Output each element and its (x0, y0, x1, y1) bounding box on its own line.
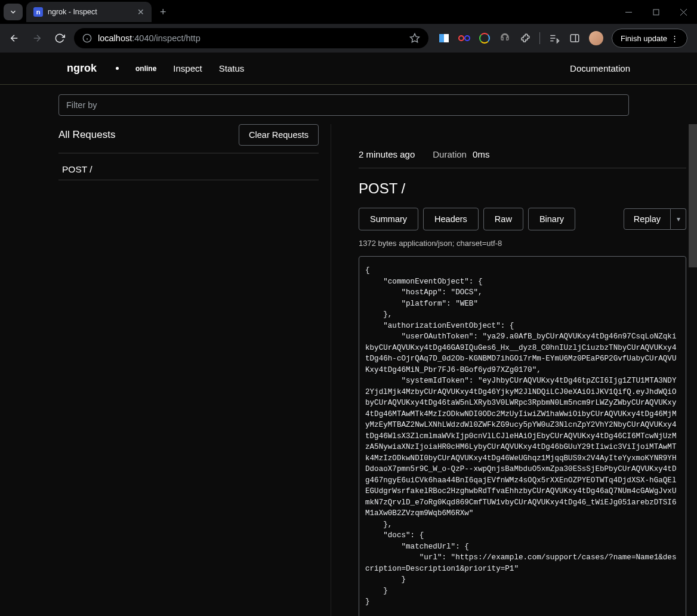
request-detail-panel: 2 minutes ago Duration 0ms POST / Summar… (331, 124, 697, 616)
minimize-button[interactable] (615, 0, 642, 24)
tab-title: ngrok - Inspect (48, 8, 132, 16)
svg-rect-16 (570, 35, 579, 42)
tab-summary[interactable]: Summary (359, 208, 418, 230)
filter-placeholder: Filter by (66, 100, 97, 110)
svg-point-10 (459, 36, 464, 41)
reading-list-icon[interactable] (548, 32, 560, 44)
window-controls (615, 0, 697, 24)
address-bar[interactable]: localhost:4040/inspect/http (74, 28, 428, 48)
bookmark-star-icon[interactable] (409, 33, 420, 44)
replay-button[interactable]: Replay (624, 208, 671, 230)
svg-rect-1 (653, 10, 659, 15)
extensions-button[interactable] (519, 32, 531, 44)
more-icon: ⋮ (671, 34, 679, 43)
finish-update-label: Finish update (621, 34, 667, 43)
finish-update-button[interactable]: Finish update ⋮ (612, 29, 687, 48)
tab-headers[interactable]: Headers (423, 208, 479, 230)
tab-raw[interactable]: Raw (483, 208, 523, 230)
url-text: localhost:4040/inspect/http (98, 33, 201, 43)
profile-avatar[interactable] (589, 31, 603, 45)
tab-binary[interactable]: Binary (528, 208, 575, 230)
detail-title: POST / (359, 180, 686, 197)
svg-point-11 (465, 36, 470, 41)
svg-marker-9 (410, 34, 419, 42)
extension-icon-3[interactable] (479, 32, 491, 44)
site-info-icon (82, 33, 92, 43)
nav-documentation[interactable]: Documentation (570, 63, 630, 73)
browser-toolbar: localhost:4040/inspect/http Finish updat… (0, 24, 697, 53)
duration: Duration 0ms (433, 149, 489, 159)
nav-inspect[interactable]: Inspect (173, 63, 202, 73)
time-ago: 2 minutes ago (359, 149, 415, 159)
svg-marker-15 (557, 39, 559, 43)
request-list-panel: All Requests Clear Requests POST / (58, 124, 331, 616)
app-root: ngrok online Inspect Status Documentatio… (0, 53, 697, 616)
content-type-line: 1372 bytes application/json; charset=utf… (359, 239, 686, 248)
extension-icon-1[interactable] (438, 32, 450, 44)
ngrok-favicon-icon: n (33, 7, 43, 17)
reload-button[interactable] (51, 30, 68, 47)
maximize-button[interactable] (642, 0, 670, 24)
clear-requests-button[interactable]: Clear Requests (239, 124, 319, 146)
detail-tabs: Summary Headers Raw Binary Replay ▾ (359, 208, 686, 230)
window-titlebar: n ngrok - Inspect ✕ + (0, 0, 697, 24)
status-dot-icon (116, 67, 119, 70)
tab-list-button[interactable] (4, 4, 23, 20)
extension-icon-2[interactable] (458, 32, 470, 44)
brand-logo: ngrok (67, 62, 97, 75)
replay-dropdown-button[interactable]: ▾ (671, 208, 686, 230)
filter-input[interactable]: Filter by (58, 94, 629, 116)
payload-body[interactable]: { "commonEventObject": { "hostApp": "DOC… (359, 256, 686, 616)
extension-icon-4[interactable] (499, 32, 511, 44)
new-tab-button[interactable]: + (155, 6, 171, 19)
online-badge: online (135, 64, 156, 73)
scrollbar[interactable] (689, 124, 697, 267)
close-icon[interactable]: ✕ (137, 7, 144, 17)
nav-status[interactable]: Status (219, 63, 245, 73)
side-panel-icon[interactable] (569, 32, 581, 44)
back-button[interactable] (6, 30, 23, 47)
forward-button[interactable] (29, 30, 45, 47)
separator (539, 32, 540, 44)
app-header: ngrok online Inspect Status Documentatio… (0, 53, 697, 85)
extension-icons: Finish update ⋮ (434, 29, 691, 48)
tab-strip: n ngrok - Inspect ✕ + (0, 0, 171, 24)
request-item[interactable]: POST / (58, 159, 319, 180)
all-requests-title: All Requests (58, 129, 115, 141)
close-button[interactable] (670, 0, 697, 24)
browser-tab[interactable]: n ngrok - Inspect ✕ (26, 2, 152, 22)
